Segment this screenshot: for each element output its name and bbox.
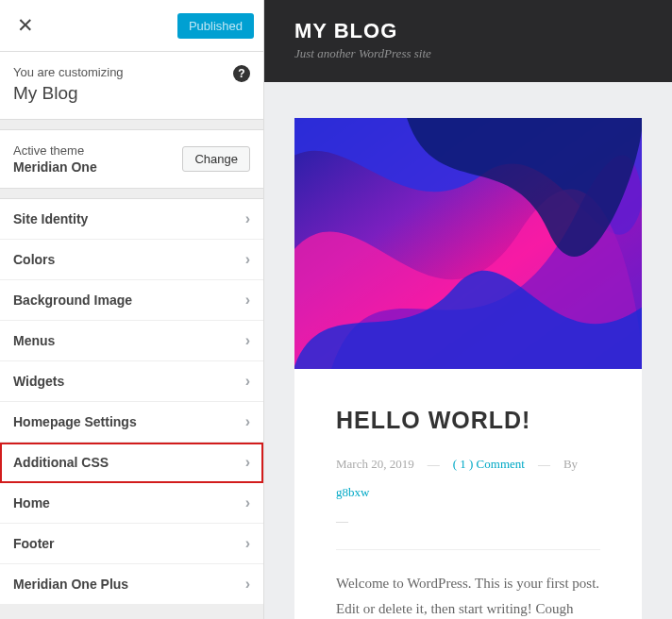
post-card: HELLO WORLD! March 20, 2019 — ( 1 ) Comm… [294, 118, 642, 619]
post-by-label: By [563, 457, 578, 472]
section-label: Footer [13, 536, 55, 551]
section-label: Additional CSS [13, 455, 109, 470]
site-preview: MY BLOG Just another WordPress site [264, 0, 672, 619]
chevron-right-icon: › [245, 454, 250, 471]
section-home[interactable]: Home› [0, 483, 263, 524]
meta-sep: — [538, 457, 550, 472]
section-menus[interactable]: Menus› [0, 321, 263, 361]
site-tagline: Just another WordPress site [294, 46, 642, 61]
chevron-right-icon: › [245, 576, 250, 593]
section-label: Colors [13, 252, 55, 267]
chevron-right-icon: › [245, 373, 250, 390]
featured-image [294, 118, 642, 369]
section-colors[interactable]: Colors› [0, 240, 263, 280]
post-date: March 20, 2019 [336, 457, 414, 472]
meta-sep: — [428, 457, 440, 472]
change-theme-button[interactable]: Change [182, 146, 250, 172]
sidebar-header: ✕ Published [0, 0, 263, 52]
section-label: Home [13, 495, 50, 510]
post-meta: March 20, 2019 — ( 1 ) Comment — By g8bx… [336, 457, 600, 528]
customizing-label: You are customizing [13, 65, 250, 79]
active-theme-name: Meridian One [13, 159, 97, 175]
chevron-right-icon: › [245, 251, 250, 268]
site-title: MY BLOG [294, 19, 642, 43]
chevron-right-icon: › [245, 413, 250, 430]
section-site-identity[interactable]: Site Identity› [0, 198, 263, 240]
post-comments-link[interactable]: ( 1 ) Comment [453, 457, 525, 472]
section-label: Site Identity [13, 211, 88, 226]
post-area: HELLO WORLD! March 20, 2019 — ( 1 ) Comm… [264, 82, 672, 619]
customizing-info: You are customizing My Blog ? [0, 52, 263, 120]
chevron-right-icon: › [245, 494, 250, 511]
section-widgets[interactable]: Widgets› [0, 361, 263, 402]
active-theme-block: Active theme Meridian One Change [0, 129, 263, 189]
divider [336, 549, 600, 550]
site-header: MY BLOG Just another WordPress site [264, 0, 672, 82]
section-label: Meridian One Plus [13, 577, 128, 592]
section-label: Widgets [13, 374, 64, 389]
close-icon[interactable]: ✕ [9, 9, 42, 42]
chevron-right-icon: › [245, 210, 250, 227]
post-title: HELLO WORLD! [336, 407, 600, 434]
meta-sep: — [336, 513, 600, 528]
active-theme-label: Active theme [13, 143, 97, 158]
chevron-right-icon: › [245, 535, 250, 552]
chevron-right-icon: › [245, 292, 250, 309]
customizer-sidebar: ✕ Published You are customizing My Blog … [0, 0, 264, 619]
published-button[interactable]: Published [177, 13, 254, 39]
post-body: HELLO WORLD! March 20, 2019 — ( 1 ) Comm… [294, 369, 642, 619]
section-additional-css[interactable]: Additional CSS› [0, 443, 263, 483]
section-label: Menus [13, 333, 55, 348]
section-footer[interactable]: Footer› [0, 524, 263, 564]
customizer-sections: Site Identity›Colors›Background Image›Me… [0, 198, 263, 605]
post-author-link[interactable]: g8bxw [336, 485, 369, 500]
help-icon[interactable]: ? [233, 65, 250, 82]
site-name: My Blog [13, 83, 250, 104]
chevron-right-icon: › [245, 332, 250, 349]
section-homepage-settings[interactable]: Homepage Settings› [0, 402, 263, 443]
post-excerpt: Welcome to WordPress. This is your first… [336, 571, 600, 619]
section-meridian-one-plus[interactable]: Meridian One Plus› [0, 564, 263, 605]
section-label: Background Image [13, 293, 132, 308]
section-background-image[interactable]: Background Image› [0, 280, 263, 321]
section-label: Homepage Settings [13, 414, 137, 429]
